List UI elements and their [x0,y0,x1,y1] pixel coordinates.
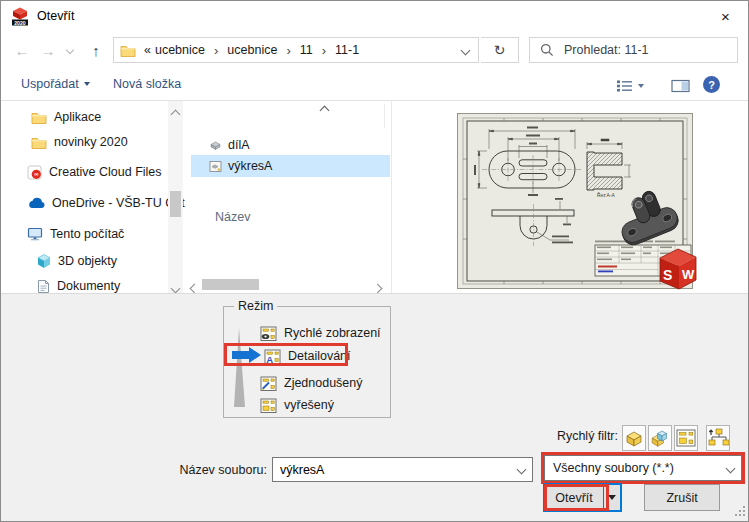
chevron-down-icon[interactable] [510,466,532,473]
part-file-icon [209,139,222,150]
organize-button[interactable]: Uspořádat [21,68,90,100]
solidworks-logo: S W [660,249,696,289]
computer-icon [27,227,43,241]
change-view-button[interactable] [616,70,644,102]
refresh-button[interactable]: ↻ [481,37,519,63]
filetype-highlight-box: Všechny soubory (*.*) [541,452,745,484]
sidebar-item-label: Creative Cloud Files [49,165,162,179]
search-icon [530,43,562,57]
sidebar-item-label: 3D objekty [58,254,117,268]
close-button[interactable]: × [703,1,748,31]
scroll-up-icon[interactable] [172,107,179,121]
creative-cloud-icon: ∞ [27,165,42,180]
forward-button[interactable]: → [35,32,61,68]
resolved-icon [260,397,277,414]
filename-input[interactable] [273,462,510,478]
filter-parts-button[interactable] [622,425,646,451]
breadcrumb-item[interactable]: ucebnice [225,43,279,57]
part-icon [623,427,645,449]
sidebar-item-3d-objekty[interactable]: 3D objekty [37,250,117,272]
chevron-down-icon [608,495,616,500]
sort-ascending-icon [321,103,328,117]
search-box[interactable] [529,37,738,63]
back-button[interactable]: ← [9,32,35,68]
preview-pane-button[interactable] [671,70,690,102]
file-name: výkresA [228,159,272,173]
file-list: Název dílA výkresA [186,101,391,293]
breadcrumb-item[interactable]: ucebnice [153,43,207,57]
file-row-vykresa-selected[interactable]: výkresA [191,155,390,177]
filename-combobox[interactable] [272,457,533,482]
preview-pane-icon [671,79,690,93]
filename-label: Název souboru: [141,463,267,477]
quick-view-icon [260,325,277,342]
chevron-down-icon [719,465,741,472]
top-level-assembly-icon [707,427,729,449]
cube-3d-icon [37,254,51,269]
sidebar-item-label: novinky 2020 [54,135,128,149]
file-name: dílA [228,138,250,152]
mode-option-simplified[interactable]: Zjednodušený [260,373,363,393]
filter-drawings-button[interactable] [674,425,698,451]
onedrive-cloud-icon [27,197,45,209]
new-folder-label: Nová složka [113,77,181,91]
search-input[interactable] [562,42,737,58]
help-button[interactable]: ? [703,76,720,93]
svg-text:S: S [663,267,672,283]
drawing-file-icon [209,160,222,173]
sidebar-item-aplikace[interactable]: Aplikace [31,106,101,128]
sidebar-item-novinky-2020[interactable]: novinky 2020 [31,131,128,153]
breadcrumb-separator-icon: › [279,43,297,58]
sidebar-scrollbar[interactable] [168,101,183,293]
svg-text:2020: 2020 [14,20,26,26]
sidebar-item-tento-pocitac[interactable]: Tento počítač [27,223,124,245]
browser-area: Aplikace novinky 2020 ∞ Creative Cloud F… [1,101,748,293]
open-highlight-box [544,484,609,511]
mode-option-label: Rychlé zobrazení [284,326,381,340]
breadcrumb-item[interactable]: 11-1 [333,43,361,57]
scrollbar-thumb[interactable] [170,191,181,217]
new-folder-button[interactable]: Nová složka [113,68,181,100]
recent-locations-button[interactable] [61,32,79,68]
breadcrumb[interactable]: « ucebnice › ucebnice › 11 › 11-1 [113,37,479,63]
cancel-button[interactable]: Zrušit [644,484,720,511]
solidworks-2020-app-icon: 2020 [10,6,30,29]
chevron-down-icon [84,82,90,86]
filter-top-level-assemblies-button[interactable] [706,425,730,451]
title-bar: 2020 Otevřít × [1,1,748,31]
filetype-select[interactable]: Všechny soubory (*.*) [544,455,742,481]
breadcrumb-item[interactable]: 11 [298,43,315,57]
simplified-icon [260,375,277,392]
folder-icon [120,44,136,57]
mode-option-quick-view[interactable]: Rychlé zobrazení [260,323,381,343]
quick-filter-label: Rychlý filtr: [501,429,618,443]
document-icon [37,279,50,294]
assembly-icon [649,427,671,449]
svg-text:W: W [682,267,695,282]
sidebar-item-label: OneDrive - VŠB-TU Ost [52,196,185,210]
breadcrumb-overflow[interactable]: « [142,43,153,57]
resize-grip[interactable] [734,505,746,517]
address-bar: ← → ↑ « ucebnice › ucebnice › 11 › 11-1 … [1,32,748,68]
file-row-dila[interactable]: dílA [191,134,390,155]
sidebar-item-creative-cloud-files[interactable]: ∞ Creative Cloud Files [27,161,162,183]
preview-pane: Řez A-A [392,101,748,293]
annotation-arrow-icon [232,347,262,363]
address-dropdown-icon[interactable] [462,43,469,57]
sidebar: Aplikace novinky 2020 ∞ Creative Cloud F… [1,101,183,293]
sidebar-item-label: Tento počítač [50,227,124,241]
svg-text:Řez A-A: Řez A-A [597,191,615,198]
scrollbar-thumb[interactable] [202,279,259,290]
filter-assemblies-button[interactable] [648,425,672,451]
up-button[interactable]: ↑ [83,32,109,68]
drawing-icon [675,427,697,449]
window-title: Otevřít [37,1,75,31]
filetype-value: Všechny soubory (*.*) [545,461,719,475]
sidebar-item-label: Dokumenty [57,279,120,293]
mode-option-resolved[interactable]: vyřešený [260,395,334,415]
column-header-name[interactable]: Název [215,210,250,224]
list-view-icon [616,79,633,93]
sidebar-item-label: Aplikace [54,110,101,124]
breadcrumb-separator-icon: › [315,43,333,58]
sidebar-item-onedrive[interactable]: OneDrive - VŠB-TU Ost [27,192,185,214]
